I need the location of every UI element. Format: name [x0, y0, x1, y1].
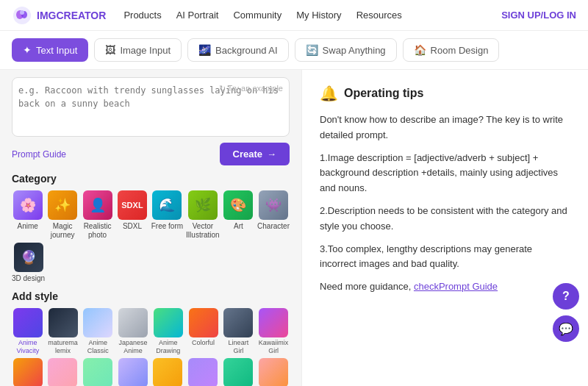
svg-point-3 — [20, 10, 24, 15]
style-label-3: Anime Classic — [82, 339, 115, 355]
cat-freeform[interactable]: 🌊 Free form — [151, 190, 183, 240]
background-ai-icon: 🌌 — [198, 44, 211, 56]
tips-guidance: Need more guidance, checkPrompt Guide — [320, 279, 570, 295]
style-kawaiimix-girl[interactable]: Kawaiimix Girl — [257, 308, 290, 355]
style-chibi-girl[interactable]: Chibi Girl — [117, 358, 149, 386]
style-thumb-2 — [49, 308, 78, 337]
style-camelliami[interactable]: CamelliaMi x_2 — [222, 358, 255, 386]
style-label-8: Kawaiimix Girl — [257, 339, 290, 355]
cat-3d-label: 3D design — [12, 274, 45, 283]
style-thumb-6 — [189, 308, 218, 337]
style-thumb-7 — [223, 308, 253, 337]
cat-realistic-photo[interactable]: 👤 Realistic photo — [82, 190, 113, 240]
create-button[interactable]: Create — [220, 143, 290, 165]
tab-bar: ✦ Text Input 🖼 Image Input 🌌 Background … — [0, 31, 588, 70]
style-anime-drawing[interactable]: Anime Drawing — [152, 308, 184, 355]
nav-products[interactable]: Products — [123, 10, 161, 21]
cat-3d-design[interactable]: 🔮 3D design — [12, 243, 45, 283]
style-label-1: Anime Vivacity — [12, 339, 44, 355]
tips-intro: Don't know how to describe an image? The… — [320, 112, 570, 143]
prompt-area: ↻ Try an example — [12, 77, 290, 137]
try-example-button[interactable]: ↻ Try an example — [219, 84, 283, 93]
cat-magic-journey[interactable]: ✨ Magic journey — [46, 190, 78, 240]
style-japanese-anime[interactable]: Japanese Anime — [117, 308, 149, 355]
style-thumb-1 — [13, 308, 43, 337]
prompt-guide-link-2[interactable]: checkPrompt Guide — [414, 281, 498, 292]
style-anime-classic[interactable]: Anime Classic — [82, 308, 115, 355]
cat-sdxl[interactable]: SDXL SDXL — [116, 190, 148, 240]
cat-realistic-thumb: 👤 — [83, 190, 112, 220]
style-label-5: Anime Drawing — [152, 339, 184, 355]
style-thumb-16 — [259, 358, 288, 386]
style-thumb-14 — [188, 358, 218, 386]
style-lineart-girl[interactable]: Lineart Girl — [223, 308, 255, 355]
cat-anime[interactable]: 🌸 Anime — [12, 190, 43, 240]
style-maturema[interactable]: maturema lemix — [47, 308, 79, 355]
help-button[interactable]: ? — [553, 283, 579, 310]
style-thumb-13 — [153, 358, 182, 386]
cat-character[interactable]: 👾 Character — [257, 190, 290, 240]
style-fairy-girl[interactable]: Fairy Girl — [47, 358, 79, 386]
main-nav: Products AI Portrait Community My Histor… — [123, 10, 501, 21]
style-grid-row1: Anime Vivacity maturema lemix Anime Clas… — [12, 308, 290, 355]
cat-art-thumb: 🎨 — [223, 190, 253, 220]
tips-header: 🔔 Operating tips — [320, 85, 570, 102]
category-grid: 🌸 Anime ✨ Magic journey 👤 Realistic phot… — [12, 190, 290, 240]
cat-freeform-thumb: 🌊 — [152, 190, 182, 220]
tab-swap-anything[interactable]: 🔄 Swap Anything — [295, 38, 397, 62]
style-thumb-8 — [259, 308, 288, 337]
style-thumb-15 — [223, 358, 253, 386]
style-label-4: Japanese Anime — [117, 339, 149, 355]
cat-character-label: Character — [257, 222, 290, 231]
cat-sdxl-thumb: SDXL — [118, 190, 147, 220]
bell-icon: 🔔 — [320, 85, 338, 102]
chat-icon: 💬 — [559, 322, 573, 336]
tab-text-input[interactable]: ✦ Text Input — [12, 38, 88, 62]
tips-body: Don't know how to describe an image? The… — [320, 112, 570, 295]
style-bloom[interactable]: Bloom — [257, 358, 290, 386]
style-mooncute-girl[interactable]: Mooncute Girl — [82, 358, 114, 386]
tips-tip2: 2.Description needs to be consistent wit… — [320, 204, 570, 235]
room-design-icon: 🏠 — [414, 44, 426, 56]
style-ukiyo-e[interactable]: Ukiyo-e — [152, 358, 184, 386]
signup-button[interactable]: SIGN UP/LOG IN — [501, 10, 576, 21]
style-label-6: Colorful — [192, 339, 215, 347]
cat-vector[interactable]: 🌿 Vector Illustration — [186, 190, 220, 240]
style-colorful[interactable]: Colorful — [187, 308, 220, 355]
cat-art[interactable]: 🎨 Art — [223, 190, 254, 240]
tips-tip3: 3.Too complex, lengthy descriptions may … — [320, 242, 570, 273]
tab-image-input[interactable]: 🖼 Image Input — [94, 38, 182, 62]
chat-button[interactable]: 💬 — [553, 315, 579, 342]
nav-my-history[interactable]: My History — [296, 10, 341, 21]
main-content: ↻ Try an example Prompt Guide Create Cat… — [0, 70, 588, 386]
header: IMGCREATOR Products AI Portrait Communit… — [0, 0, 588, 31]
tab-room-design[interactable]: 🏠 Room Design — [403, 38, 500, 62]
add-style-title: Add style — [12, 290, 290, 302]
style-thumb-3 — [83, 308, 112, 337]
style-anime-vivacity[interactable]: Anime Vivacity — [12, 308, 44, 355]
nav-resources[interactable]: Resources — [356, 10, 402, 21]
prompt-guide-link[interactable]: Prompt Guide — [12, 149, 66, 160]
style-thumb-12 — [118, 358, 148, 386]
prompt-footer: Prompt Guide Create — [12, 143, 290, 165]
cat-anime-label: Anime — [18, 222, 38, 231]
text-input-icon: ✦ — [23, 44, 32, 56]
cat-3d-thumb: 🔮 — [14, 243, 43, 272]
cat-art-label: Art — [234, 222, 243, 231]
cat-anime-thumb: 🌸 — [13, 190, 43, 220]
image-input-icon: 🖼 — [105, 44, 115, 56]
cat-character-thumb: 👾 — [259, 190, 288, 220]
style-anime-art[interactable]: Anime Art — [12, 358, 44, 386]
nav-ai-portrait[interactable]: AI Portrait — [176, 10, 219, 21]
logo: IMGCREATOR — [12, 5, 106, 26]
cat-freeform-label: Free form — [151, 222, 183, 231]
style-thumb-4 — [118, 308, 148, 337]
nav-community[interactable]: Community — [233, 10, 282, 21]
left-panel: ↻ Try an example Prompt Guide Create Cat… — [0, 70, 301, 386]
logo-icon — [12, 5, 32, 26]
float-buttons: ? 💬 — [553, 283, 579, 342]
category-title: Category — [12, 173, 290, 185]
tips-title: Operating tips — [344, 87, 423, 100]
tab-background-ai[interactable]: 🌌 Background AI — [187, 38, 289, 62]
style-cardiology[interactable]: Cardiology — [187, 358, 219, 386]
